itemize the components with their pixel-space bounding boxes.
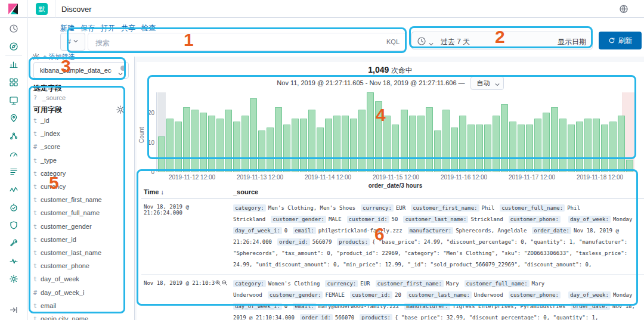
machine-learning-icon[interactable] (9, 131, 18, 141)
discover-icon[interactable] (9, 42, 18, 51)
maps-icon[interactable] (9, 113, 18, 123)
nav-rail (0, 18, 27, 320)
top-chrome-bar: 默 Discover (0, 0, 644, 18)
hits-number: 1,049 (368, 65, 389, 74)
panel-gap (135, 57, 644, 62)
refresh-icon (608, 37, 615, 44)
sidebar-main-divider (134, 57, 135, 320)
hits-label: 次命中 (391, 66, 413, 74)
header-separator (55, 0, 55, 18)
logs-icon[interactable] (9, 167, 18, 176)
annotation-number-3: 3 (61, 56, 71, 76)
annotation-box-1 (67, 27, 407, 53)
field-item-geoip.city_name[interactable]: tgeoip.city_name (33, 315, 88, 320)
globe-icon[interactable] (619, 4, 628, 14)
annotation-box-4 (147, 75, 636, 159)
field-name: geoip.city_name (41, 315, 88, 320)
annotation-number-1: 1 (184, 30, 194, 50)
annotation-number-2: 2 (495, 27, 505, 47)
dashboard-icon[interactable] (9, 77, 18, 87)
management-icon[interactable] (9, 274, 18, 284)
space-avatar[interactable]: 默 (36, 3, 48, 15)
annotation-number-4: 4 (376, 105, 386, 125)
refresh-button[interactable]: 刷新 (599, 32, 642, 49)
y-axis-title: Count (138, 127, 145, 143)
stack-monitoring-icon[interactable] (9, 256, 18, 266)
apm-icon[interactable] (9, 185, 18, 194)
uptime-icon[interactable] (9, 203, 18, 212)
collapse-nav-icon[interactable] (9, 305, 18, 315)
annotation-box-3 (29, 57, 126, 80)
rail-separator (5, 55, 22, 55)
kibana-logo-icon[interactable] (7, 3, 19, 15)
hits-count: 1,049 次命中 (137, 65, 644, 76)
canvas-icon[interactable] (9, 95, 18, 105)
annotation-number-5: 5 (49, 173, 59, 193)
field-key-chip: order_id: (300, 314, 333, 320)
field-value: 566070 (335, 315, 355, 320)
field-key-chip: products: (360, 314, 392, 320)
header-separator (27, 0, 28, 18)
annotation-number-6: 6 (374, 224, 385, 244)
recently-viewed-icon[interactable] (9, 24, 18, 33)
field-type-badge: t (33, 316, 41, 320)
annotation-box-6 (137, 169, 638, 306)
kibana-discover-screen: 默 Discover 新建保存打开共享检查 # 搜索 KQL 过去 7 天 显示… (0, 0, 644, 320)
metrics-icon[interactable] (9, 149, 18, 159)
breadcrumb-app-title[interactable]: Discover (61, 5, 92, 14)
annotation-box-5 (29, 86, 125, 313)
dev-tools-icon[interactable] (9, 238, 18, 248)
siem-icon[interactable] (9, 220, 18, 230)
visualize-icon[interactable] (9, 60, 18, 69)
